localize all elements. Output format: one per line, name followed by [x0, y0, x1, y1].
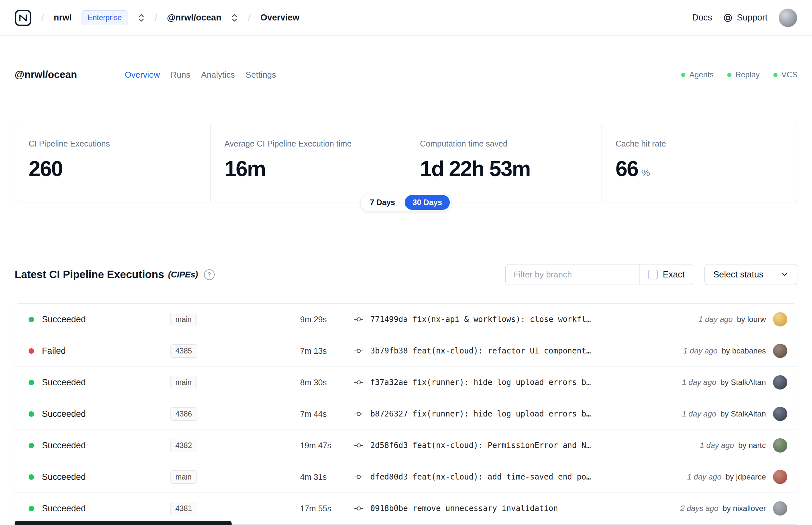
branch-cell: 4381	[156, 502, 300, 515]
row-time: 1 day ago	[687, 472, 721, 481]
table-row[interactable]: Succeeded 4381 17m 55s 0918b0be remove u…	[15, 493, 797, 524]
stat-label: CI Pipeline Executions	[29, 139, 197, 149]
help-icon[interactable]: ?	[204, 269, 215, 280]
exact-match-toggle[interactable]: Exact	[640, 265, 693, 285]
row-avatar	[773, 438, 787, 452]
row-time: 2 days ago	[680, 504, 718, 513]
cipes-header: Latest CI Pipeline Executions (CIPEs) ? …	[15, 264, 797, 285]
status-label: VCS	[781, 70, 797, 79]
commit-message[interactable]: 771499da fix(nx-api & workflows): close …	[370, 315, 692, 324]
status-dot	[29, 474, 34, 480]
stat-suffix: %	[641, 160, 650, 186]
stat-value-wrap: 260	[29, 155, 197, 182]
git-commit-icon	[354, 348, 363, 354]
range-30-days-button[interactable]: 30 Days	[405, 195, 450, 210]
select-status-label: Select status	[713, 270, 764, 280]
duration-label: 19m 47s	[300, 441, 354, 450]
branch-badge[interactable]: 4385	[170, 344, 197, 358]
branch-badge[interactable]: 4382	[170, 439, 197, 452]
table-row[interactable]: Succeeded 4382 19m 47s 2d58f6d3 feat(nx-…	[15, 430, 797, 461]
table-row[interactable]: Succeeded main 9m 29s 771499da fix(nx-ap…	[15, 304, 797, 335]
duration-label: 17m 55s	[300, 504, 354, 513]
divider	[662, 67, 662, 82]
commit-message[interactable]: 0918b0be remove unnecessary invalidation	[370, 504, 674, 513]
branch-badge[interactable]: 4386	[170, 407, 197, 421]
range-7-days-button[interactable]: 7 Days	[362, 195, 403, 210]
status-dot	[29, 317, 34, 322]
branch-badge[interactable]: main	[170, 376, 197, 389]
status-label: Failed	[42, 346, 156, 356]
branch-cell: 4382	[156, 439, 300, 452]
lifebuoy-support-icon	[723, 13, 733, 23]
row-author: by StalkAltan	[720, 409, 766, 418]
status-label: Succeeded	[42, 504, 156, 514]
row-meta: 1 day ago by StalkAltan	[682, 378, 766, 387]
chevron-down-icon	[781, 271, 788, 279]
branch-filter-input[interactable]	[506, 265, 640, 285]
workspace-name[interactable]: @nrwl/ocean	[167, 13, 221, 23]
status-dot	[29, 411, 34, 417]
stat-cards: CI Pipeline Executions 260 Average CI Pi…	[15, 124, 797, 202]
git-commit-icon	[354, 379, 363, 386]
commit-message[interactable]: 3b79fb38 feat(nx-cloud): refactor UI com…	[370, 346, 677, 356]
row-meta: 1 day ago by StalkAltan	[682, 409, 766, 418]
commit-message[interactable]: f37a32ae fix(runner): hide log upload er…	[370, 378, 676, 387]
row-avatar	[773, 375, 787, 390]
row-avatar	[773, 344, 787, 358]
table-row[interactable]: Succeeded main 4m 31s dfed80d3 feat(nx-c…	[15, 461, 797, 493]
org-name[interactable]: nrwl	[53, 13, 72, 23]
support-label: Support	[737, 13, 767, 23]
status-agents[interactable]: Agents	[681, 70, 714, 79]
select-status-dropdown[interactable]: Select status	[704, 264, 797, 285]
section-subtitle: (CIPEs)	[168, 270, 198, 280]
branch-badge[interactable]: main	[170, 313, 197, 326]
stat-label: Cache hit rate	[615, 139, 783, 149]
support-link[interactable]: Support	[723, 13, 767, 23]
branch-cell: 4386	[156, 407, 300, 421]
tab-analytics[interactable]: Analytics	[201, 70, 235, 80]
branch-badge[interactable]: 4381	[170, 502, 197, 515]
row-time: 1 day ago	[682, 409, 716, 418]
commit-message[interactable]: b8726327 fix(runner): hide log upload er…	[370, 409, 676, 418]
stat-card-avg-time: Average CI Pipeline Execution time 16m	[211, 124, 406, 202]
table-row[interactable]: Failed 4385 7m 13s 3b79fb38 feat(nx-clou…	[15, 335, 797, 367]
exact-checkbox[interactable]	[648, 270, 658, 280]
commit-message[interactable]: dfed80d3 feat(nx-cloud): add time-saved …	[370, 472, 681, 481]
row-time: 1 day ago	[684, 346, 718, 355]
row-time: 1 day ago	[682, 378, 716, 387]
table-row[interactable]: Succeeded 4386 7m 44s b8726327 fix(runne…	[15, 398, 797, 430]
status-replay[interactable]: Replay	[727, 70, 760, 79]
green-dot-icon	[727, 73, 732, 77]
stat-card-time-saved: Computation time saved 1d 22h 53m	[406, 124, 601, 202]
tab-runs[interactable]: Runs	[170, 70, 190, 80]
duration-label: 7m 13s	[300, 346, 354, 356]
breadcrumb-separator: /	[41, 12, 44, 24]
stat-value: 1d 22h 53m	[420, 155, 531, 182]
user-avatar[interactable]	[779, 9, 797, 27]
status-label: Succeeded	[42, 440, 156, 451]
status-label: Succeeded	[42, 409, 156, 419]
git-commit-icon	[354, 442, 363, 449]
tab-overview[interactable]: Overview	[125, 70, 160, 80]
status-vcs[interactable]: VCS	[773, 70, 797, 79]
branch-cell: main	[156, 313, 300, 326]
status-dot	[29, 506, 34, 511]
table-row[interactable]: Succeeded main 8m 30s f37a32ae fix(runne…	[15, 367, 797, 398]
row-author: by nixallover	[723, 504, 766, 513]
tab-settings[interactable]: Settings	[246, 70, 276, 80]
stat-value: 16m	[225, 155, 265, 182]
duration-label: 9m 29s	[300, 315, 354, 324]
branch-badge[interactable]: main	[170, 470, 197, 484]
nx-logo-icon[interactable]	[15, 10, 31, 26]
workspace-switcher[interactable]	[231, 13, 238, 23]
row-time: 1 day ago	[700, 441, 734, 450]
branch-cell: main	[156, 376, 300, 389]
breadcrumb-separator: /	[155, 12, 157, 24]
row-meta: 1 day ago by jdpearce	[687, 472, 766, 481]
branch-cell: 4385	[156, 344, 300, 358]
row-meta: 2 days ago by nixallover	[680, 504, 766, 513]
bottom-toast-partial[interactable]	[15, 521, 232, 525]
org-switcher[interactable]	[138, 13, 145, 23]
docs-link[interactable]: Docs	[692, 13, 712, 23]
commit-message[interactable]: 2d58f6d3 feat(nx-cloud): PermissionError…	[370, 441, 693, 450]
